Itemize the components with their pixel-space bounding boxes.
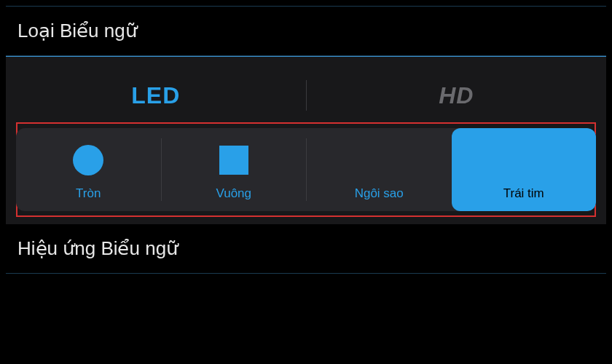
shape-label: Tròn: [76, 186, 101, 201]
banner-type-title: Loại Biểu ngữ: [6, 6, 606, 56]
square-icon: [219, 144, 248, 176]
shapes-section: Tròn Vuông: [6, 128, 606, 224]
circle-icon: [73, 144, 103, 176]
shape-option-circle[interactable]: Tròn: [16, 128, 161, 211]
tab-led[interactable]: LED: [6, 82, 306, 109]
banner-type-content: LED HD Tròn: [6, 56, 606, 224]
shape-option-heart[interactable]: Trái tim: [452, 128, 597, 211]
shape-options-row: Tròn Vuông: [16, 128, 596, 211]
shape-label: Trái tim: [503, 186, 544, 201]
tab-hd[interactable]: HD: [307, 82, 607, 109]
banner-effect-title: Hiệu ứng Biểu ngữ: [6, 224, 606, 274]
shape-option-square[interactable]: Vuông: [162, 128, 307, 211]
display-mode-tabs: LED HD: [6, 57, 606, 128]
shape-option-star[interactable]: Ngôi sao: [307, 128, 452, 211]
shape-label: Vuông: [216, 186, 251, 201]
shape-label: Ngôi sao: [355, 186, 404, 201]
